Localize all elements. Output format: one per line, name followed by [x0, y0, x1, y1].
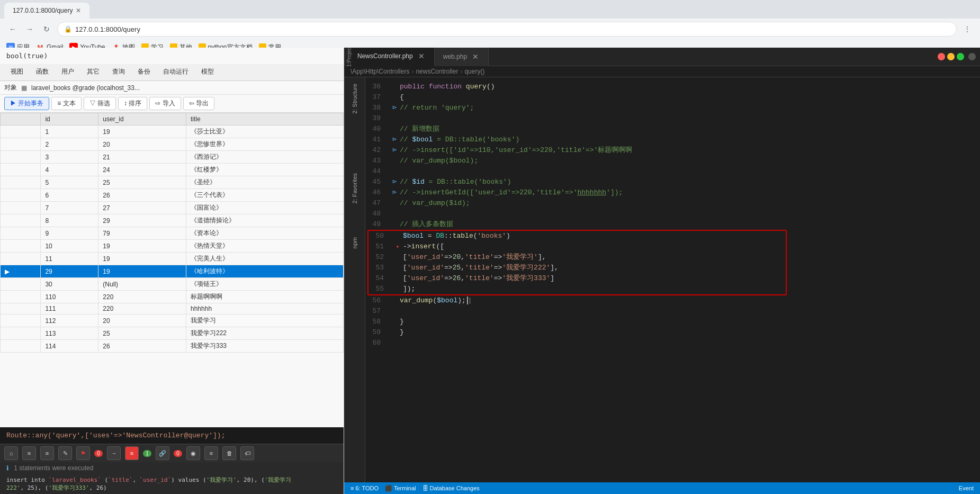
export-btn[interactable]: ⇦ 导出	[183, 97, 214, 110]
tool-btn-1[interactable]: ⌂	[4, 446, 18, 460]
url-input[interactable]	[75, 25, 950, 33]
code-42: // ->insert(['id'=>110,'user_id'=>220,'t…	[400, 145, 789, 156]
start-transaction-btn[interactable]: ▶ 开始事务	[4, 97, 49, 110]
code-line-45: 45 ⊳ // $id = DB::table('books')	[365, 177, 789, 187]
tool-btn-trash[interactable]: 🗑	[222, 446, 236, 460]
cell-user-id: 26	[98, 340, 186, 353]
tab-func[interactable]: 函数	[30, 64, 55, 80]
tab-news-controller[interactable]: NewsController.php ✕	[349, 48, 435, 66]
forward-button[interactable]: →	[23, 23, 36, 35]
table-row[interactable]: 9 79 《资本论》	[1, 227, 344, 240]
reload-button[interactable]: ↻	[40, 23, 53, 35]
terminal-btn[interactable]: ⬛ Terminal	[385, 485, 416, 492]
sidebar-npm-icon[interactable]: npm	[349, 235, 360, 250]
menu-button[interactable]: ⋮	[961, 23, 974, 35]
row-indicator	[1, 125, 41, 138]
browser-tab-active[interactable]: 127.0.0.1:8000/query ✕	[4, 3, 89, 19]
row-indicator	[1, 327, 41, 340]
sidebar-explorer-icon[interactable]: 2: Structure	[349, 82, 360, 116]
tool-btn-2[interactable]: ≡	[22, 446, 36, 460]
cell-title: 《圣经》	[186, 176, 344, 189]
tab-web-close[interactable]: ✕	[471, 52, 480, 61]
line-num-40: 40	[365, 124, 389, 134]
cell-title: hhhhhh	[186, 303, 344, 315]
cell-user-id: 20	[98, 315, 186, 327]
table-row[interactable]: 113 25 我爱学习222	[1, 327, 344, 340]
tool-btn-5[interactable]: ◉	[186, 446, 200, 460]
db-changes-btn[interactable]: 🗄 Database Changes	[422, 485, 480, 491]
filter-btn[interactable]: ▽ 筛选	[84, 97, 116, 110]
gutter-58	[389, 317, 400, 327]
tool-btn-arrow[interactable]: →	[107, 446, 121, 460]
tab-query[interactable]: 查询	[106, 64, 131, 80]
tab-autorun[interactable]: 自动运行	[157, 64, 195, 80]
tab-user[interactable]: 用户	[55, 64, 80, 80]
table-row[interactable]: 8 29 《道德情操论》	[1, 214, 344, 227]
sidebar-favorites-icon[interactable]: 2: Favorites	[349, 171, 360, 205]
tool-btn-3[interactable]: ≡	[40, 446, 54, 460]
cell-title: 《三个代表》	[186, 189, 344, 202]
back-button[interactable]: ←	[6, 23, 19, 35]
cell-id: 112	[41, 315, 98, 327]
address-bar[interactable]: 🔒	[57, 22, 957, 37]
table-row[interactable]: 3 21 《西游记》	[1, 151, 344, 164]
table-row[interactable]: 11 19 《完美人生》	[1, 253, 344, 265]
tab-web-php[interactable]: web.php ✕	[435, 48, 489, 66]
cell-title: 我爱学习333	[186, 340, 344, 353]
table-row[interactable]: 6 26 《三个代表》	[1, 189, 344, 202]
table-row[interactable]: 7 27 《国富论》	[1, 202, 344, 214]
tab-backup[interactable]: 备份	[131, 64, 157, 80]
col-user-id[interactable]: user_id	[98, 113, 186, 125]
tab-close-icon[interactable]: ✕	[76, 7, 81, 14]
tool-btn-4[interactable]: ✎	[58, 446, 72, 460]
left-sidebar-icons: 2: Structure 2: Favorites npm	[344, 77, 365, 482]
table-row[interactable]: 30 (Null) 《项链王》	[1, 278, 344, 291]
tool-btn-tag[interactable]: 🏷	[240, 446, 254, 460]
sort-btn[interactable]: ↕ 排序	[118, 97, 147, 110]
tool-btn-flag[interactable]: ⚑	[76, 446, 90, 460]
cell-id: 30	[41, 278, 98, 291]
col-id[interactable]: id	[41, 113, 98, 125]
cell-user-id: 220	[98, 303, 186, 315]
tab-news-close[interactable]: ✕	[417, 52, 426, 60]
result-text: bool(true)	[6, 52, 48, 60]
cell-user-id: 20	[98, 138, 186, 151]
table-row[interactable]: 111 220 hhhhhh	[1, 303, 344, 315]
line-num-60: 60	[365, 338, 389, 348]
text-btn[interactable]: ≡ 文本	[51, 97, 81, 110]
row-indicator	[1, 240, 41, 253]
code-60	[400, 338, 789, 348]
code-52: ['user_id'=>20,'title'=>'我爱学习'],	[403, 252, 786, 263]
table-row[interactable]: 112 20 我爱学习	[1, 315, 344, 327]
table-row[interactable]: 4 24 《红楼梦》	[1, 164, 344, 176]
code-line-40: 40 // 新增数据	[365, 124, 789, 134]
tool-btn-link[interactable]: 🔗	[156, 446, 169, 460]
tab-model[interactable]: 模型	[195, 64, 220, 80]
table-row[interactable]: 114 26 我爱学习333	[1, 340, 344, 353]
table-row[interactable]: ▶ 29 19 《哈利波特》	[1, 265, 344, 278]
code-48	[400, 209, 789, 219]
line-num-56: 56	[365, 295, 389, 306]
table-row[interactable]: 110 220 标题啊啊啊	[1, 291, 344, 303]
gutter-56	[389, 295, 400, 306]
data-table-wrapper[interactable]: id user_id title 1 19 《莎士比亚》 2 20 《悲惨世界》…	[0, 113, 344, 427]
code-editor[interactable]: 36 public function query() 37 { 38 ⊳	[365, 77, 980, 482]
todo-btn[interactable]: ≡ 6: TODO	[350, 485, 379, 491]
table-row[interactable]: 5 25 《圣经》	[1, 176, 344, 189]
tab-view[interactable]: 视图	[4, 64, 30, 80]
tab-other[interactable]: 其它	[80, 64, 106, 80]
code-line-41: 41 ⊳ // $bool = DB::table('books')	[365, 134, 789, 145]
tool-btn-6[interactable]: ≡	[204, 446, 218, 460]
row-indicator	[1, 340, 41, 353]
code-line-59: 59 }	[365, 327, 789, 338]
code-line-56: 56 var_dump($bool);|	[365, 295, 789, 306]
import-btn[interactable]: ⇨ 导入	[149, 97, 181, 110]
cell-user-id: (Null)	[98, 278, 186, 291]
tool-btn-active[interactable]: ≡	[125, 446, 139, 460]
code-38: // return 'query';	[400, 103, 789, 113]
table-row[interactable]: 2 20 《悲惨世界》	[1, 138, 344, 151]
code-36: public function query()	[400, 82, 789, 92]
col-title[interactable]: title	[186, 113, 344, 125]
table-row[interactable]: 1 19 《莎士比亚》	[1, 125, 344, 138]
table-row[interactable]: 10 19 《热情天堂》	[1, 240, 344, 253]
